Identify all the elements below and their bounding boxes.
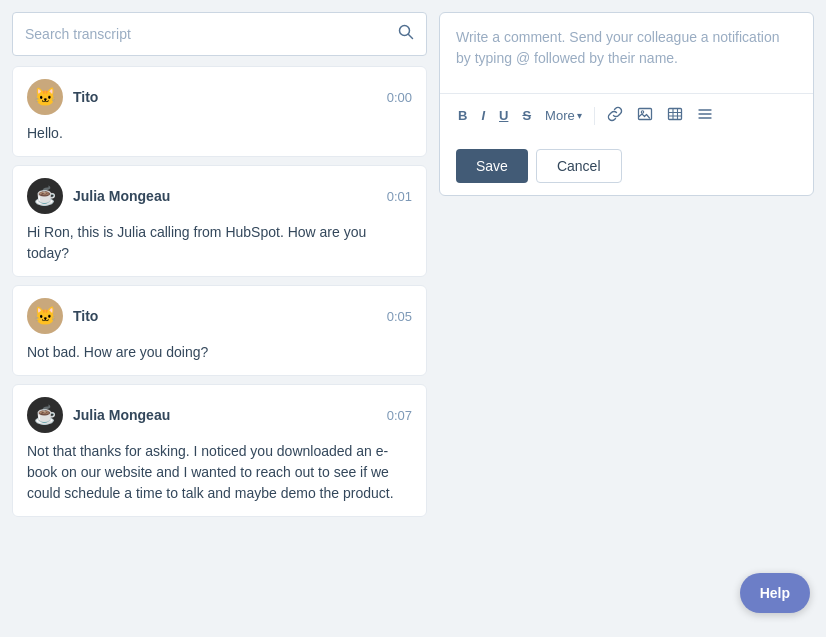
card-text: Hi Ron, this is Julia calling from HubSp…	[27, 222, 412, 264]
comment-textarea[interactable]: Write a comment. Send your colleague a n…	[440, 13, 813, 93]
timestamp: 0:01	[387, 189, 412, 204]
link-button[interactable]	[601, 102, 629, 129]
list-button[interactable]	[691, 102, 719, 129]
svg-rect-4	[668, 109, 681, 120]
svg-line-1	[409, 35, 413, 39]
search-input[interactable]	[25, 26, 398, 42]
right-panel: Write a comment. Send your colleague a n…	[439, 12, 814, 625]
comment-toolbar: B I U S More ▾	[440, 93, 813, 137]
speaker-info: 🐱 Tito	[27, 298, 98, 334]
comment-box: Write a comment. Send your colleague a n…	[439, 12, 814, 196]
avatar-emoji: 🐱	[34, 86, 56, 108]
transcript-card[interactable]: 🐱 Tito 0:00 Hello.	[12, 66, 427, 157]
help-button[interactable]: Help	[740, 573, 810, 613]
card-header: ☕ Julia Mongeau 0:01	[27, 178, 412, 214]
avatar-emoji: ☕	[34, 185, 56, 207]
transcript-card[interactable]: 🐱 Tito 0:05 Not bad. How are you doing?	[12, 285, 427, 376]
card-text: Hello.	[27, 123, 412, 144]
table-button[interactable]	[661, 102, 689, 129]
table-icon	[667, 106, 683, 125]
left-panel: 🐱 Tito 0:00 Hello. ☕ Julia Mongeau	[12, 12, 427, 625]
toolbar-separator	[594, 107, 595, 125]
image-icon	[637, 106, 653, 125]
avatar: 🐱	[27, 298, 63, 334]
avatar: ☕	[27, 178, 63, 214]
action-buttons: Save Cancel	[440, 137, 813, 195]
save-button[interactable]: Save	[456, 149, 528, 183]
italic-button[interactable]: I	[475, 104, 491, 127]
link-icon	[607, 106, 623, 125]
speaker-name: Tito	[73, 89, 98, 105]
bold-button[interactable]: B	[452, 104, 473, 127]
search-bar[interactable]	[12, 12, 427, 56]
transcript-list: 🐱 Tito 0:00 Hello. ☕ Julia Mongeau	[12, 66, 427, 517]
transcript-card[interactable]: ☕ Julia Mongeau 0:01 Hi Ron, this is Jul…	[12, 165, 427, 277]
avatar: 🐱	[27, 79, 63, 115]
strikethrough-button[interactable]: S	[516, 104, 537, 127]
image-button[interactable]	[631, 102, 659, 129]
chevron-down-icon: ▾	[577, 110, 582, 121]
svg-point-3	[641, 111, 643, 113]
card-text: Not that thanks for asking. I noticed yo…	[27, 441, 412, 504]
card-header: 🐱 Tito 0:05	[27, 298, 412, 334]
search-icon	[398, 24, 414, 44]
speaker-name: Julia Mongeau	[73, 188, 170, 204]
card-header: 🐱 Tito 0:00	[27, 79, 412, 115]
timestamp: 0:05	[387, 309, 412, 324]
speaker-name: Tito	[73, 308, 98, 324]
avatar: ☕	[27, 397, 63, 433]
speaker-info: 🐱 Tito	[27, 79, 98, 115]
card-text: Not bad. How are you doing?	[27, 342, 412, 363]
transcript-card[interactable]: ☕ Julia Mongeau 0:07 Not that thanks for…	[12, 384, 427, 517]
timestamp: 0:00	[387, 90, 412, 105]
speaker-name: Julia Mongeau	[73, 407, 170, 423]
card-header: ☕ Julia Mongeau 0:07	[27, 397, 412, 433]
timestamp: 0:07	[387, 408, 412, 423]
list-icon	[697, 106, 713, 125]
speaker-info: ☕ Julia Mongeau	[27, 397, 170, 433]
avatar-emoji: ☕	[34, 404, 56, 426]
more-dropdown-button[interactable]: More ▾	[539, 104, 588, 127]
avatar-emoji: 🐱	[34, 305, 56, 327]
underline-button[interactable]: U	[493, 104, 514, 127]
cancel-button[interactable]: Cancel	[536, 149, 622, 183]
speaker-info: ☕ Julia Mongeau	[27, 178, 170, 214]
